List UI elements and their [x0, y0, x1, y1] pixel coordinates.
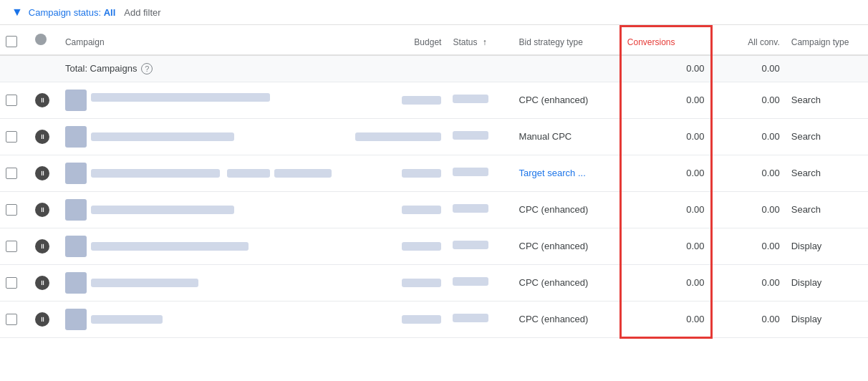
- row-bid-strategy: CPC (enhanced): [513, 228, 621, 264]
- row-camptype: Display: [786, 228, 868, 264]
- row-conversions: 0.00: [620, 301, 711, 337]
- row-status: [29, 118, 59, 155]
- row-campaign-name: [59, 301, 365, 337]
- row-status: [29, 264, 59, 301]
- campaign-type-column-header: Campaign type: [786, 26, 868, 55]
- row-checkbox[interactable]: [0, 191, 29, 228]
- row-conversions: 0.00: [620, 118, 711, 155]
- row-allconv: 0.00: [711, 118, 786, 155]
- row-allconv: 0.00: [711, 301, 786, 337]
- row-conversions: 0.00: [620, 155, 711, 191]
- row-bid-strategy: CPC (enhanced): [513, 191, 621, 228]
- table-row: CPC (enhanced) 0.00 0.00 Search: [0, 191, 868, 228]
- row-status-val: [447, 82, 513, 118]
- total-status-cell: [29, 55, 59, 82]
- sort-icon[interactable]: ↑: [483, 37, 487, 47]
- filter-prefix: Campaign status:: [29, 7, 101, 18]
- total-allconv-cell: 0.00: [711, 55, 786, 82]
- row-camptype: Search: [786, 82, 868, 118]
- row-conversions: 0.00: [620, 191, 711, 228]
- select-all-checkbox[interactable]: [6, 36, 17, 47]
- table-row: Target search ... 0.00 0.00 Search: [0, 155, 868, 191]
- row-status: [29, 191, 59, 228]
- row-status-val: [447, 155, 513, 191]
- row-status-val: [447, 118, 513, 155]
- row-checkbox[interactable]: [0, 301, 29, 337]
- row-allconv: 0.00: [711, 228, 786, 264]
- filter-value: All: [104, 7, 116, 18]
- conversions-column-header: Conversions: [620, 26, 711, 55]
- row-budget: [365, 155, 447, 191]
- row-campaign-name: [59, 228, 365, 264]
- total-checkbox-cell: [0, 55, 29, 82]
- row-camptype: Search: [786, 191, 868, 228]
- row-budget: [365, 82, 447, 118]
- row-camptype: Display: [786, 264, 868, 301]
- row-status: [29, 228, 59, 264]
- row-campaign-name: [59, 191, 365, 228]
- add-filter-button[interactable]: Add filter: [124, 7, 160, 18]
- row-allconv: 0.00: [711, 155, 786, 191]
- row-budget: [365, 264, 447, 301]
- row-checkbox[interactable]: [0, 82, 29, 118]
- row-campaign-name: [59, 155, 365, 191]
- row-allconv: 0.00: [711, 191, 786, 228]
- row-status: [29, 82, 59, 118]
- select-all-header[interactable]: [0, 26, 29, 55]
- table-row: CPC (enhanced) 0.00 0.00 Display: [0, 228, 868, 264]
- row-status: [29, 155, 59, 191]
- total-label: Total: Campaigns: [65, 63, 137, 74]
- target-search-link[interactable]: Target search ...: [519, 168, 586, 178]
- row-bid-strategy: CPC (enhanced): [513, 301, 621, 337]
- row-checkbox[interactable]: [0, 264, 29, 301]
- row-conversions: 0.00: [620, 228, 711, 264]
- row-conversions: 0.00: [620, 82, 711, 118]
- total-budget-cell: [365, 55, 447, 82]
- filter-bar: ▼ Campaign status: All Add filter: [0, 0, 868, 25]
- help-icon[interactable]: ?: [141, 63, 153, 74]
- table-row: Manual CPC 0.00 0.00 Search: [0, 118, 868, 155]
- row-campaign-name: [59, 118, 365, 155]
- row-status-val: [447, 301, 513, 337]
- filter-text: Campaign status: All: [29, 7, 115, 18]
- total-bid-cell: [513, 55, 621, 82]
- total-row: Total: Campaigns ? 0.00 0.00: [0, 55, 868, 82]
- status-header: [29, 26, 59, 55]
- table-row: CPC (enhanced) 0.00 0.00 Display: [0, 264, 868, 301]
- row-bid-strategy: Manual CPC: [513, 118, 621, 155]
- row-camptype: Search: [786, 155, 868, 191]
- budget-column-header: Budget: [365, 26, 447, 55]
- row-status-val: [447, 264, 513, 301]
- status-column-header: Status ↑: [447, 26, 513, 55]
- table-row: CPC (enhanced) 0.00 0.00 Display: [0, 301, 868, 337]
- campaigns-table: Campaign Budget Status ↑ Bid strategy ty…: [0, 25, 868, 339]
- row-status-val: [447, 191, 513, 228]
- row-budget: [365, 191, 447, 228]
- row-status: [29, 301, 59, 337]
- row-bid-strategy: CPC (enhanced): [513, 82, 621, 118]
- row-checkbox[interactable]: [0, 155, 29, 191]
- all-conv-column-header: All conv.: [711, 26, 786, 55]
- total-conversions-cell: 0.00: [620, 55, 711, 82]
- total-status-val-cell: [447, 55, 513, 82]
- row-bid-strategy: CPC (enhanced): [513, 264, 621, 301]
- row-camptype: Display: [786, 301, 868, 337]
- row-campaign-name: [59, 264, 365, 301]
- row-allconv: 0.00: [711, 82, 786, 118]
- row-budget: [365, 228, 447, 264]
- row-budget: [365, 301, 447, 337]
- row-budget: [365, 118, 447, 155]
- total-camptype-cell: [786, 55, 868, 82]
- row-allconv: 0.00: [711, 264, 786, 301]
- table-row: CPC (enhanced) 0.00 0.00 Search: [0, 82, 868, 118]
- status-label: Status: [453, 37, 477, 47]
- row-checkbox[interactable]: [0, 118, 29, 155]
- row-checkbox[interactable]: [0, 228, 29, 264]
- row-status-val: [447, 228, 513, 264]
- campaign-column-header: Campaign: [59, 26, 365, 55]
- total-label-cell: Total: Campaigns ?: [59, 55, 365, 82]
- row-campaign-name: [59, 82, 365, 118]
- campaigns-table-container: Campaign Budget Status ↑ Bid strategy ty…: [0, 25, 868, 339]
- bid-strategy-column-header: Bid strategy type: [513, 26, 621, 55]
- filter-icon: ▼: [11, 6, 23, 19]
